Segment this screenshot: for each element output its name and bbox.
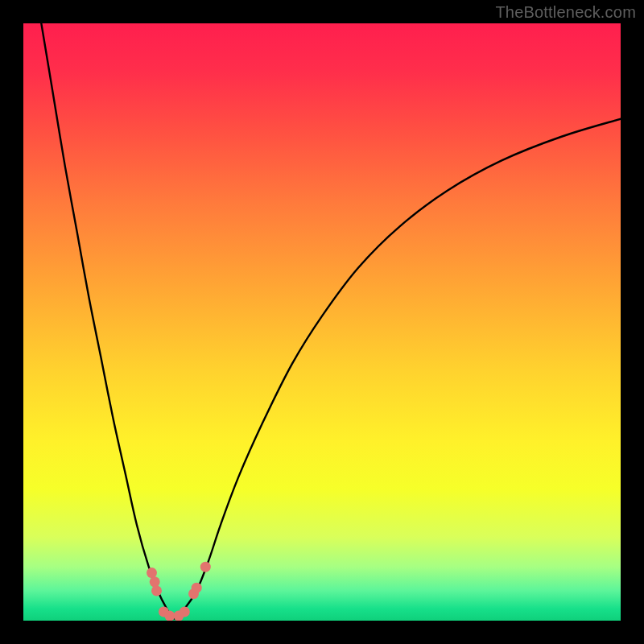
curve-marker — [147, 568, 157, 578]
curve-marker — [180, 606, 190, 617]
bottleneck-curve — [41, 23, 621, 619]
curve-marker — [200, 562, 211, 572]
curve-marker — [164, 611, 175, 621]
curve-markers — [147, 562, 211, 621]
watermark-text: TheBottleneck.com — [495, 3, 636, 22]
curve-layer — [23, 23, 621, 621]
chart-plot-area — [23, 23, 621, 621]
curve-marker — [150, 576, 160, 587]
curve-marker — [151, 585, 162, 596]
curve-marker — [192, 583, 202, 593]
